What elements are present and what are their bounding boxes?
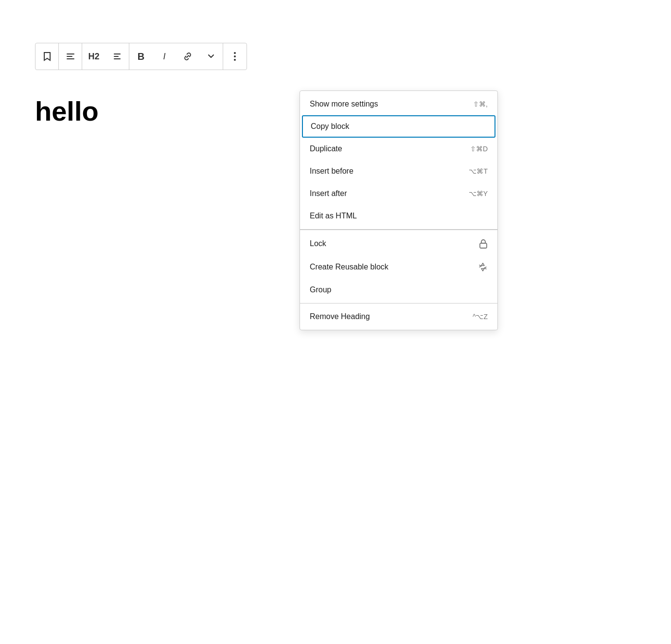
menu-item-edit-as-html[interactable]: Edit as HTML — [300, 205, 497, 227]
menu-item-insert-before[interactable]: Insert before ⌥⌘T — [300, 160, 497, 182]
menu-section-3: Remove Heading ^⌥Z — [300, 304, 497, 330]
italic-button[interactable]: I — [153, 43, 176, 70]
chevron-down-icon — [208, 54, 214, 58]
three-dots-icon — [234, 52, 236, 61]
menu-item-insert-after[interactable]: Insert after ⌥⌘Y — [300, 182, 497, 205]
bookmark-button[interactable] — [35, 43, 59, 70]
menu-item-shortcut: ⌥⌘T — [469, 167, 488, 175]
svg-rect-0 — [480, 243, 487, 248]
menu-item-shortcut: ⇧⌘, — [473, 100, 488, 108]
heading-align-button[interactable] — [106, 43, 129, 70]
bookmark-icon — [43, 52, 51, 61]
format-group: B I — [129, 43, 223, 70]
context-menu: Show more settings ⇧⌘, Copy block Duplic… — [300, 90, 498, 330]
heading-align-icon — [114, 54, 121, 59]
menu-item-shortcut: ⇧⌘D — [470, 145, 488, 153]
menu-item-create-reusable-block[interactable]: Create Reusable block — [300, 255, 497, 279]
align-icon — [67, 54, 74, 59]
menu-item-label: Create Reusable block — [310, 263, 388, 271]
italic-label: I — [163, 52, 165, 62]
menu-item-duplicate[interactable]: Duplicate ⇧⌘D — [300, 138, 497, 160]
chevron-down-button[interactable] — [199, 43, 223, 70]
more-options-group — [223, 43, 247, 70]
menu-item-label: Lock — [310, 239, 326, 248]
menu-item-label: Duplicate — [310, 144, 342, 153]
menu-section-1: Show more settings ⇧⌘, Copy block Duplic… — [300, 91, 497, 229]
heading-button[interactable]: H2 — [82, 43, 106, 70]
menu-item-label: Remove Heading — [310, 312, 370, 321]
lock-icon — [479, 239, 488, 249]
menu-item-label: Show more settings — [310, 100, 378, 108]
menu-item-label: Edit as HTML — [310, 212, 357, 220]
menu-item-copy-block[interactable]: Copy block — [302, 115, 495, 138]
menu-item-label: Insert before — [310, 167, 353, 176]
link-button[interactable] — [176, 43, 199, 70]
menu-item-remove-heading[interactable]: Remove Heading ^⌥Z — [300, 305, 497, 328]
block-toolbar: H2 B I — [35, 43, 247, 70]
more-options-button[interactable] — [223, 43, 247, 70]
align-button[interactable] — [59, 43, 82, 70]
menu-item-shortcut: ^⌥Z — [473, 313, 488, 321]
heading-label: H2 — [88, 52, 99, 62]
menu-item-lock[interactable]: Lock — [300, 232, 497, 255]
bold-button[interactable]: B — [129, 43, 153, 70]
menu-item-group[interactable]: Group — [300, 279, 497, 301]
menu-item-label: Group — [310, 286, 331, 294]
heading-group: H2 — [82, 43, 129, 70]
link-icon — [183, 52, 193, 61]
menu-item-show-more-settings[interactable]: Show more settings ⇧⌘, — [300, 93, 497, 115]
menu-section-2: Lock Create Reusable block Group — [300, 230, 497, 303]
heading-content[interactable]: hello — [35, 95, 99, 127]
menu-item-shortcut: ⌥⌘Y — [469, 190, 488, 197]
reusable-block-icon — [478, 262, 488, 272]
menu-item-label: Insert after — [310, 189, 347, 198]
menu-item-label: Copy block — [311, 122, 349, 131]
bold-label: B — [138, 51, 144, 62]
